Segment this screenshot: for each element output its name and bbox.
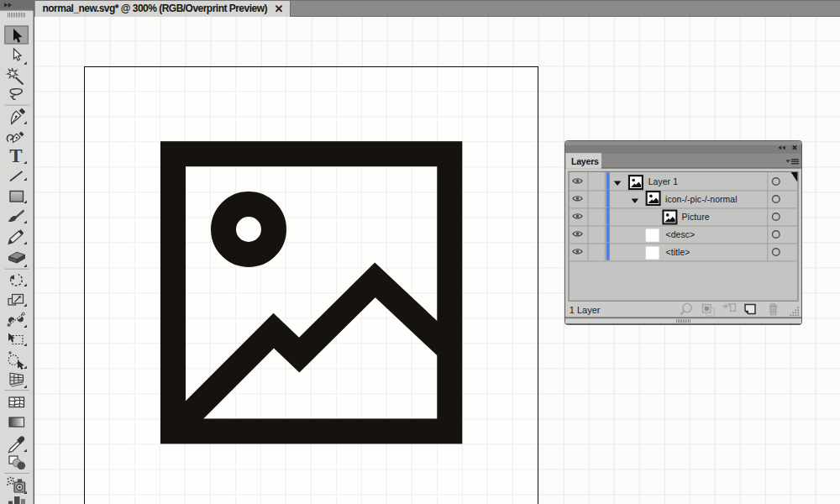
svg-text:Layer 1: Layer 1 [648, 177, 678, 186]
svg-text:T: T [9, 145, 22, 166]
svg-text:icon-/-pic-/-normal: icon-/-pic-/-normal [665, 195, 738, 204]
svg-text:Picture: Picture [682, 213, 710, 222]
svg-text:Layers: Layers [571, 156, 599, 166]
svg-text:<desc>: <desc> [666, 230, 696, 239]
svg-text:1 Layer: 1 Layer [570, 305, 601, 315]
svg-text:<title>: <title> [666, 248, 690, 257]
